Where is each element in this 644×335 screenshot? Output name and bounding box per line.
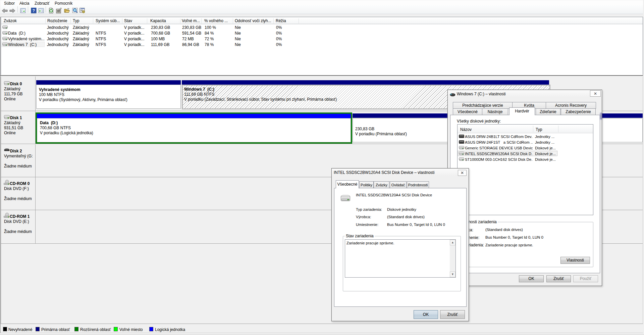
svg-text:?: ? [33,8,35,13]
